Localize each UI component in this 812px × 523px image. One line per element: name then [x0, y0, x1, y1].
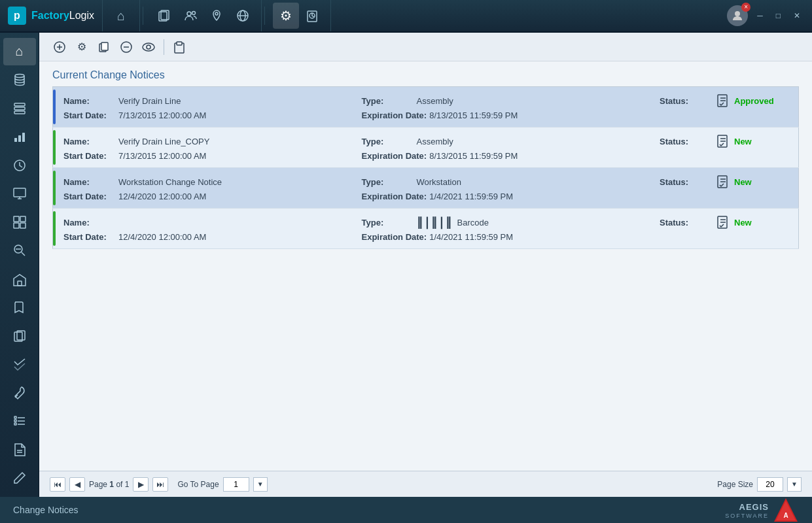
goto-dropdown[interactable]: ▼ [253, 477, 268, 492]
type-label-1: Type: [362, 96, 414, 106]
page-info: Page 1 of 1 [89, 480, 129, 489]
svg-rect-37 [14, 420, 16, 422]
sidebar-item-book[interactable] [3, 294, 36, 322]
sidebar-item-tools[interactable] [3, 379, 36, 407]
svg-rect-51 [177, 42, 182, 45]
sidebar-item-warehouse[interactable] [3, 265, 36, 293]
row-top-3: Name: Workstation Change Notice Type: Wo… [63, 175, 790, 189]
sidebar-item-layers[interactable] [3, 95, 36, 122]
add-btn[interactable] [50, 38, 69, 56]
view-btn[interactable] [139, 38, 158, 56]
sidebar-item-checkmark[interactable] [3, 351, 36, 379]
type-group-2: Type: Assembly [362, 137, 660, 146]
status-value-4: New [734, 218, 752, 228]
status-icon-2 [716, 134, 730, 148]
name-label-2: Name: [63, 137, 116, 146]
status-value-1: Approved [734, 96, 774, 106]
exp-label-3: Expiration Date: [362, 192, 427, 201]
sidebar-item-monitor[interactable] [3, 180, 36, 208]
user-avatar[interactable] [727, 5, 748, 26]
first-page-btn[interactable]: ⏮ [50, 477, 65, 492]
app-logo-text: FactoryLogix [31, 10, 94, 22]
nav-sep-1 [143, 7, 143, 25]
nav-restore-btn[interactable] [299, 3, 325, 29]
row-top-4: Name: Type: ‖❘‖❘‖ Barcode [63, 215, 790, 229]
aegis-logo: AEGIS SOFTWARE A [725, 497, 799, 523]
sidebar-item-grid[interactable] [3, 209, 36, 236]
goto-input[interactable] [223, 477, 249, 492]
minimize-btn[interactable]: ─ [753, 10, 767, 22]
name-value-2: Verify Drain Line_COPY [118, 137, 249, 146]
nav-users-btn[interactable] [177, 3, 203, 29]
sidebar-item-home[interactable]: ⌂ [3, 38, 36, 65]
svg-rect-15 [14, 138, 17, 142]
page-size-input[interactable] [757, 477, 783, 492]
status-section-3: Status: New [660, 175, 790, 189]
svg-point-48 [143, 43, 154, 51]
table-row[interactable]: Name: Type: ‖❘‖❘‖ Barcode [53, 209, 799, 249]
page-size-section: Page Size ▼ [717, 477, 802, 492]
sidebar-item-history[interactable] [3, 152, 36, 179]
type-label-3: Type: [362, 177, 414, 187]
start-group-2: Start Date: 7/13/2015 12:00:00 AM [63, 151, 362, 161]
start-label-3: Start Date: [63, 192, 116, 201]
settings-btn[interactable]: ⚙ [72, 38, 92, 56]
row-content-4: Name: Type: ‖❘‖❘‖ Barcode [53, 209, 798, 248]
table-row[interactable]: Name: Verify Drain Line Type: Assembly S… [53, 87, 799, 127]
sidebar-item-database[interactable] [3, 67, 36, 94]
sidebar-item-document[interactable] [3, 436, 36, 464]
delete-btn[interactable] [116, 38, 136, 56]
sidebar-item-search[interactable] [3, 237, 36, 265]
sidebar-item-list-check[interactable] [3, 408, 36, 435]
svg-line-27 [22, 252, 25, 256]
start-group-4: Start Date: 12/4/2020 12:00:00 AM [63, 232, 362, 242]
nav-settings-btn[interactable]: ⚙ [273, 3, 299, 29]
aegis-sub: SOFTWARE [725, 513, 769, 519]
svg-rect-36 [14, 416, 16, 418]
status-bar: Change Notices AEGIS SOFTWARE A [0, 497, 812, 523]
sidebar-item-chart[interactable] [3, 124, 36, 151]
page-size-dropdown[interactable]: ▼ [787, 477, 802, 492]
nav-icons-right: ⚙ [268, 0, 331, 31]
status-icon-3 [716, 175, 730, 189]
pagination-bar: ⏮ ◀ Page 1 of 1 ▶ ⏭ Go To Page ▼ Page Si… [39, 471, 812, 497]
copy-btn[interactable] [94, 38, 114, 56]
last-page-btn[interactable]: ⏭ [152, 477, 168, 492]
table-row[interactable]: Name: Workstation Change Notice Type: Wo… [53, 168, 799, 209]
svg-rect-19 [14, 188, 26, 197]
type-value-1: Assembly [417, 96, 548, 106]
status-label: Change Notices [13, 505, 79, 515]
name-group-2: Name: Verify Drain Line_COPY [63, 137, 362, 146]
nav-globe-btn[interactable] [230, 3, 256, 29]
barcode-icon: ‖❘‖❘‖ [417, 215, 451, 229]
svg-rect-13 [14, 107, 25, 110]
svg-rect-45 [101, 42, 108, 50]
close-btn[interactable]: ✕ [790, 10, 804, 22]
next-page-btn[interactable]: ▶ [133, 477, 149, 492]
nav-copy-btn[interactable] [151, 3, 177, 29]
status-section-2: Status: New [660, 134, 790, 148]
nav-sep-2 [264, 7, 265, 25]
table-row[interactable]: Name: Verify Drain Line_COPY Type: Assem… [53, 127, 799, 168]
start-label-2: Start Date: [63, 151, 116, 161]
prev-page-btn[interactable]: ◀ [69, 477, 85, 492]
content-panel: ⚙ Current Change Notices [39, 33, 812, 497]
row-bottom-1: Start Date: 7/13/2015 12:00:00 AM Expira… [63, 110, 790, 120]
paste-btn[interactable] [169, 38, 189, 56]
start-group-3: Start Date: 12/4/2020 12:00:00 AM [63, 192, 362, 201]
sidebar-item-pen[interactable] [3, 465, 36, 492]
maximize-btn[interactable]: □ [772, 10, 785, 22]
name-value-1: Verify Drain Line [118, 96, 249, 106]
nav-icons-left: ⌂ [103, 0, 140, 31]
nav-location-btn[interactable] [203, 3, 230, 29]
sidebar-item-copy[interactable] [3, 322, 36, 350]
page-title: Current Change Notices [39, 61, 812, 86]
svg-rect-22 [14, 216, 19, 222]
top-nav: p FactoryLogix ⌂ ⚙ ─ □ ✕ [0, 0, 812, 33]
svg-point-11 [15, 75, 24, 78]
status-section-1: Status: Approved [660, 93, 790, 108]
exp-value-3: 1/4/2021 11:59:59 PM [429, 192, 560, 201]
exp-value-2: 8/13/2015 11:59:59 PM [429, 151, 560, 161]
table-container[interactable]: Name: Verify Drain Line Type: Assembly S… [39, 86, 812, 471]
nav-home-btn[interactable]: ⌂ [108, 3, 134, 29]
